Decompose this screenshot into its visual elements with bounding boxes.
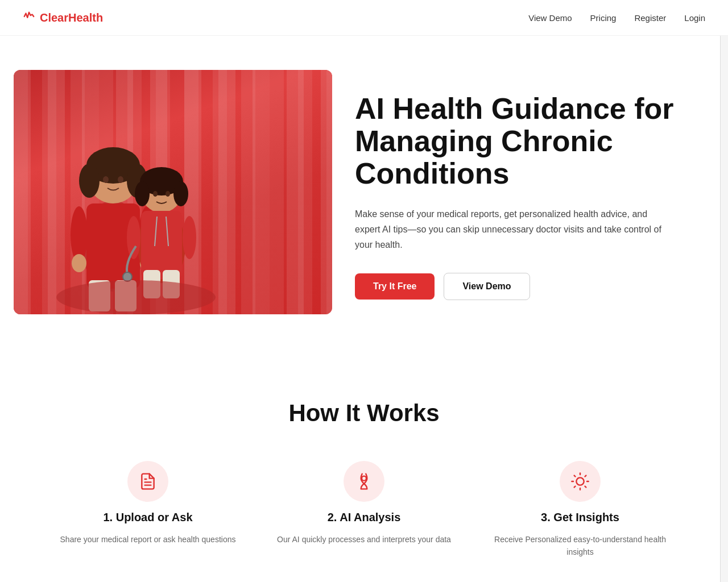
svg-point-28 (123, 272, 132, 281)
svg-point-7 (103, 176, 109, 183)
svg-point-12 (72, 254, 86, 272)
svg-point-22 (166, 191, 170, 197)
how-it-works-title: How It Works (23, 400, 705, 427)
logo-text: ClearHealth (40, 11, 103, 24)
step-3-desc: Receive Personalized easy-to-understand … (483, 533, 677, 559)
svg-point-8 (118, 176, 123, 183)
nav-link-login[interactable]: Login (684, 13, 705, 23)
svg-point-35 (576, 477, 584, 485)
try-free-button[interactable]: Try It Free (355, 273, 435, 300)
hero-image (14, 70, 332, 314)
svg-point-21 (153, 191, 158, 197)
step-1-desc: Share your medical report or ask health … (60, 533, 236, 546)
svg-point-34 (362, 476, 366, 481)
svg-rect-23 (141, 211, 182, 279)
svg-point-26 (127, 216, 140, 259)
how-it-works-section: How It Works 1. Upload or Ask Share your… (0, 365, 728, 581)
hero-buttons: Try It Free View Demo (355, 273, 705, 300)
step-2-icon (344, 461, 384, 502)
step-2: 2. AI Analysis Our AI quickly processes … (267, 461, 461, 559)
svg-point-31 (56, 280, 216, 314)
steps-grid: 1. Upload or Ask Share your medical repo… (51, 461, 677, 559)
step-1-title: 1. Upload or Ask (103, 511, 192, 524)
svg-point-5 (79, 164, 100, 198)
step-2-title: 2. AI Analysis (328, 511, 401, 524)
step-1: 1. Upload or Ask Share your medical repo… (51, 461, 245, 559)
hero-content: AI Health Guidance for Managing Chronic … (355, 70, 705, 300)
hero-title: AI Health Guidance for Managing Chronic … (355, 93, 705, 190)
step-3-icon (560, 461, 601, 502)
svg-line-38 (574, 476, 576, 477)
nav-link-register[interactable]: Register (634, 13, 666, 23)
hero-subtitle: Make sense of your medical reports, get … (355, 206, 673, 253)
view-demo-button[interactable]: View Demo (444, 273, 530, 300)
svg-point-27 (183, 216, 196, 259)
step-3-title: 3. Get Insights (541, 511, 619, 524)
page-scrollbar[interactable] (720, 0, 728, 582)
svg-line-43 (585, 476, 586, 477)
logo-icon (23, 10, 35, 25)
nav-link-view-demo[interactable]: View Demo (528, 13, 572, 23)
nav-links: View Demo Pricing Register Login (528, 13, 705, 23)
logo[interactable]: ClearHealth (23, 10, 103, 25)
svg-line-39 (585, 486, 586, 487)
nav-link-pricing[interactable]: Pricing (590, 13, 617, 23)
hero-image-bg (14, 70, 332, 314)
hero-section: AI Health Guidance for Managing Chronic … (0, 36, 728, 365)
navbar: ClearHealth View Demo Pricing Register L… (0, 0, 728, 36)
svg-point-19 (135, 181, 150, 206)
step-1-icon (127, 461, 168, 502)
step-3: 3. Get Insights Receive Personalized eas… (483, 461, 677, 559)
svg-point-20 (173, 181, 188, 206)
step-2-desc: Our AI quickly processes and interprets … (277, 533, 451, 546)
svg-line-42 (574, 486, 576, 487)
